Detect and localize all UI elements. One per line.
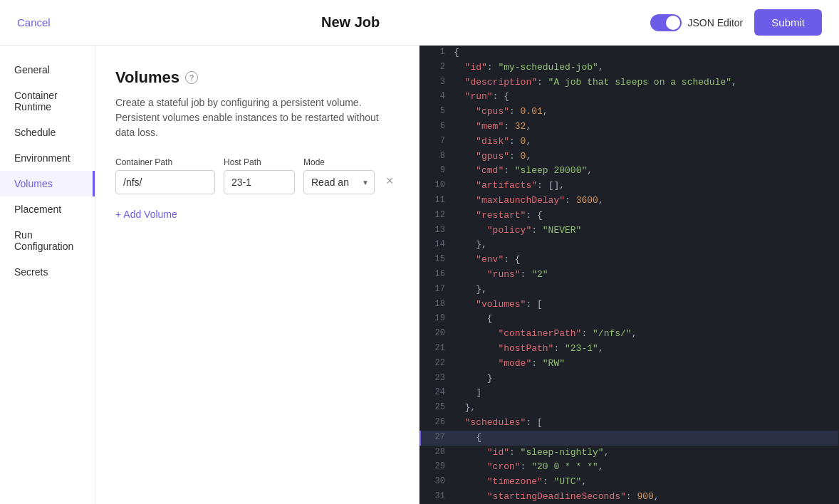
sidebar-item-run-configuration[interactable]: Run Configuration: [0, 222, 95, 259]
section-description: Create a stateful job by configuring a p…: [115, 95, 399, 140]
submit-button[interactable]: Submit: [754, 9, 822, 36]
section-title: Volumes ?: [115, 68, 399, 87]
line-number: 14: [420, 238, 454, 253]
sidebar: GeneralContainer RuntimeScheduleEnvironm…: [0, 46, 95, 504]
line-number: 15: [420, 253, 454, 268]
code-table: 1{2 "id": "my-scheduled-job",3 "descript…: [420, 46, 839, 504]
sidebar-item-container-runtime[interactable]: Container Runtime: [0, 83, 95, 120]
json-editor-panel[interactable]: 1{2 "id": "my-scheduled-job",3 "descript…: [420, 46, 839, 504]
sidebar-item-general[interactable]: General: [0, 57, 95, 83]
header-left: Cancel: [17, 14, 51, 31]
line-number: 13: [420, 224, 454, 238]
line-content: }: [454, 372, 838, 387]
section-title-text: Volumes: [115, 68, 179, 87]
cancel-button[interactable]: Cancel: [17, 14, 51, 31]
line-number: 22: [420, 357, 454, 372]
table-row: 28 "id": "sleep-nightly",: [420, 446, 838, 461]
toggle-thumb: [666, 16, 680, 30]
sidebar-item-schedule[interactable]: Schedule: [0, 120, 95, 145]
line-content: {: [454, 431, 838, 446]
table-row: 20 "containerPath": "/nfs/",: [420, 327, 838, 342]
table-row: 11 "maxLaunchDelay": 3600,: [420, 194, 838, 209]
table-row: 13 "policy": "NEVER": [420, 224, 838, 238]
table-row: 29 "cron": "20 0 * * *",: [420, 460, 838, 475]
mode-select-wrapper: Read an Read Only ▼: [303, 170, 375, 194]
table-row: 23 }: [420, 372, 838, 387]
line-number: 2: [420, 61, 454, 75]
line-number: 21: [420, 342, 454, 357]
container-path-input[interactable]: [115, 170, 215, 194]
line-content: "cron": "20 0 * * *",: [454, 460, 838, 475]
line-content: "mode": "RW": [454, 357, 838, 372]
volume-field-headers: Container Path Host Path Mode Read an Re…: [115, 157, 399, 194]
line-number: 27: [420, 431, 454, 446]
help-icon[interactable]: ?: [185, 71, 198, 84]
form-panel: Volumes ? Create a stateful job by confi…: [95, 46, 420, 504]
line-number: 28: [420, 446, 454, 461]
line-content: "mem": 32,: [454, 120, 838, 135]
table-row: 3 "description": "A job that sleeps on a…: [420, 75, 838, 90]
table-row: 27 {: [420, 431, 838, 446]
json-editor-switch[interactable]: [650, 14, 682, 31]
line-content: "description": "A job that sleeps on a s…: [454, 75, 838, 90]
toggle-track: [650, 14, 682, 31]
line-number: 10: [420, 179, 454, 194]
line-number: 23: [420, 372, 454, 387]
table-row: 22 "mode": "RW": [420, 357, 838, 372]
line-number: 31: [420, 490, 454, 504]
table-row: 5 "cpus": 0.01,: [420, 105, 838, 120]
line-number: 29: [420, 460, 454, 475]
table-row: 7 "disk": 0,: [420, 135, 838, 149]
line-content: "cpus": 0.01,: [454, 105, 838, 120]
add-volume-button[interactable]: + Add Volume: [115, 206, 177, 223]
host-path-group: Host Path: [224, 157, 295, 194]
line-content: },: [454, 401, 838, 416]
line-content: {: [454, 312, 838, 327]
main-layout: GeneralContainer RuntimeScheduleEnvironm…: [0, 46, 839, 504]
mode-select[interactable]: Read an Read Only: [303, 170, 375, 194]
json-editor-toggle[interactable]: JSON Editor: [650, 14, 743, 31]
table-row: 10 "artifacts": [],: [420, 179, 838, 194]
line-content: "volumes": [: [454, 298, 838, 313]
table-row: 9 "cmd": "sleep 20000",: [420, 164, 838, 179]
table-row: 15 "env": {: [420, 253, 838, 268]
table-row: 16 "runs": "2": [420, 268, 838, 283]
line-number: 4: [420, 90, 454, 105]
line-content: "hostPath": "23-1",: [454, 342, 838, 357]
sidebar-item-environment[interactable]: Environment: [0, 145, 95, 171]
line-content: "schedules": [: [454, 416, 838, 431]
line-number: 18: [420, 298, 454, 313]
header-right: JSON Editor Submit: [650, 9, 822, 36]
line-number: 6: [420, 120, 454, 135]
line-content: "env": {: [454, 253, 838, 268]
line-number: 5: [420, 105, 454, 120]
line-number: 9: [420, 164, 454, 179]
line-number: 30: [420, 475, 454, 490]
line-number: 24: [420, 386, 454, 401]
remove-volume-button[interactable]: ×: [383, 172, 397, 190]
sidebar-item-secrets[interactable]: Secrets: [0, 259, 95, 285]
table-row: 4 "run": {: [420, 90, 838, 105]
line-content: {: [454, 46, 838, 61]
line-content: "gpus": 0,: [454, 149, 838, 164]
line-number: 12: [420, 209, 454, 224]
content-area: Volumes ? Create a stateful job by confi…: [95, 46, 839, 504]
table-row: 12 "restart": {: [420, 209, 838, 224]
table-row: 1{: [420, 46, 838, 61]
line-number: 16: [420, 268, 454, 283]
mode-group: Mode Read an Read Only ▼: [303, 157, 375, 194]
host-path-input[interactable]: [224, 170, 295, 194]
table-row: 21 "hostPath": "23-1",: [420, 342, 838, 357]
sidebar-item-volumes[interactable]: Volumes: [0, 171, 95, 196]
sidebar-item-placement[interactable]: Placement: [0, 196, 95, 222]
line-content: },: [454, 283, 838, 298]
container-path-group: Container Path: [115, 157, 215, 194]
table-row: 30 "timezone": "UTC",: [420, 475, 838, 490]
table-row: 2 "id": "my-scheduled-job",: [420, 61, 838, 75]
page-title: New Job: [321, 14, 380, 31]
line-content: "restart": {: [454, 209, 838, 224]
table-row: 6 "mem": 32,: [420, 120, 838, 135]
table-row: 8 "gpus": 0,: [420, 149, 838, 164]
line-number: 20: [420, 327, 454, 342]
line-content: "runs": "2": [454, 268, 838, 283]
